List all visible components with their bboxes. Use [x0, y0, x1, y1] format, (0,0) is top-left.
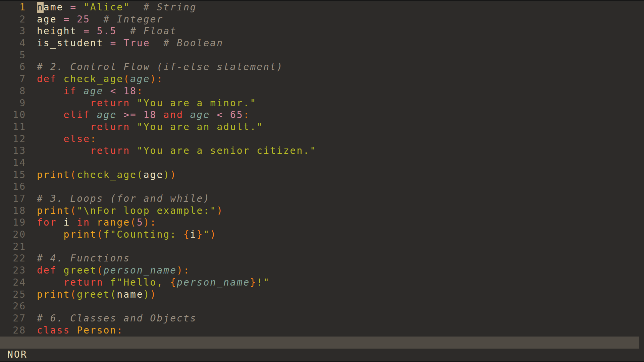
code-line[interactable]: 20 print(f"Counting: {i}")	[0, 229, 644, 241]
code-line[interactable]: 9 return "You are a minor."	[0, 97, 644, 109]
code-line[interactable]: 18print("\nFor loop example:")	[0, 205, 644, 217]
code-token: i	[63, 217, 70, 228]
mode-indicator: NOR	[7, 349, 28, 361]
code-text: print("\nFor loop example:")	[37, 205, 223, 217]
code-token: "	[203, 229, 210, 240]
code-token: age	[37, 14, 57, 25]
code-token: 5	[137, 217, 144, 228]
line-number: 15	[0, 169, 26, 181]
code-text: print(greet(name))	[37, 289, 157, 301]
code-token: check_age	[77, 169, 137, 180]
statusline: NOR ressources/snippets-per-language/pyt…	[0, 337, 639, 349]
code-token	[37, 229, 63, 240]
line-number: 21	[0, 241, 26, 253]
code-token: class	[37, 325, 77, 336]
code-token: 18	[123, 85, 137, 97]
code-token: Person	[77, 325, 117, 336]
code-line[interactable]: 13 return "You are a senior citizen."	[0, 145, 644, 157]
code-text: class Person:	[37, 324, 123, 337]
code-token: "You are an adult."	[137, 121, 263, 132]
code-token: f"Hello,	[110, 277, 170, 288]
code-token: person_name	[177, 277, 250, 288]
code-token: ame	[44, 2, 64, 13]
code-line[interactable]: 12 else:	[0, 133, 644, 145]
code-token: "Alice"	[84, 2, 130, 13]
code-token: 5.5	[97, 25, 117, 37]
code-token: }	[197, 229, 204, 240]
code-line[interactable]: 1name = "Alice" # String	[0, 1, 644, 13]
code-token: (	[97, 229, 104, 240]
code-token: "You are a minor."	[137, 98, 257, 109]
line-number: 23	[0, 264, 26, 277]
code-line[interactable]: 24 return f"Hello, {person_name}!"	[0, 277, 644, 289]
code-text: def check_age(age):	[37, 73, 163, 85]
code-token: True	[123, 38, 150, 49]
code-line[interactable]: 25print(greet(name))	[0, 289, 644, 301]
code-token	[37, 145, 90, 156]
code-token: # 2. Control Flow (if-else statement)	[37, 61, 283, 72]
code-token: return	[90, 145, 137, 156]
code-token: 65	[230, 109, 244, 120]
code-token: i	[190, 229, 197, 240]
code-token: >=	[117, 109, 143, 120]
code-text: # 4. Functions	[37, 252, 130, 264]
line-number: 7	[0, 73, 26, 85]
line-number: 18	[0, 205, 26, 217]
code-line[interactable]: 11 return "You are an adult."	[0, 121, 644, 133]
line-number: 6	[0, 61, 26, 73]
code-line[interactable]: 4is_student = True # Boolean	[0, 37, 644, 49]
code-line[interactable]: 28class Person:	[0, 324, 644, 337]
code-line[interactable]: 23def greet(person_name):	[0, 264, 644, 277]
code-line[interactable]: 15print(check_age(age))	[0, 169, 644, 181]
code-text: elif age >= 18 and age < 65:	[37, 109, 250, 121]
code-token: greet	[63, 265, 97, 276]
code-token: if	[63, 85, 84, 97]
code-line[interactable]: 6# 2. Control Flow (if-else statement)	[0, 61, 644, 73]
code-line[interactable]: 7def check_age(age):	[0, 73, 644, 85]
line-number: 3	[0, 25, 26, 37]
code-token: in	[70, 217, 97, 228]
line-number: 1	[0, 1, 26, 13]
code-line[interactable]: 16	[0, 181, 644, 193]
code-token: for	[37, 217, 63, 228]
code-line[interactable]: 17# 3. Loops (for and while)	[0, 193, 644, 205]
code-text: print(f"Counting: {i}")	[37, 229, 217, 241]
code-token	[37, 85, 63, 97]
code-line[interactable]: 5	[0, 49, 644, 61]
code-line[interactable]: 27# 6. Classes and Objects	[0, 312, 644, 324]
code-token	[130, 2, 144, 13]
code-line[interactable]: 19for i in range(5):	[0, 217, 644, 229]
code-token	[150, 38, 164, 49]
code-token: )	[210, 229, 217, 240]
code-line[interactable]: 14	[0, 157, 644, 169]
code-line[interactable]: 3height = 5.5 # Float	[0, 25, 644, 37]
code-token: age	[84, 85, 104, 97]
code-token	[90, 14, 104, 25]
code-token: # 6. Classes and Objects	[37, 313, 197, 324]
code-line[interactable]: 26	[0, 300, 644, 312]
command-line[interactable]	[0, 349, 644, 361]
code-text: # 2. Control Flow (if-else statement)	[37, 61, 283, 73]
code-line[interactable]: 10 elif age >= 18 and age < 65:	[0, 109, 644, 121]
code-text: return f"Hello, {person_name}!"	[37, 277, 270, 289]
code-token: (	[110, 289, 117, 300]
code-token: :	[157, 73, 163, 84]
editor-buffer[interactable]: 1name = "Alice" # String2age = 25 # Inte…	[0, 1, 644, 337]
code-line[interactable]: 2age = 25 # Integer	[0, 13, 644, 25]
terminal-screen: 1name = "Alice" # String2age = 25 # Inte…	[0, 0, 644, 362]
code-line[interactable]: 21	[0, 241, 644, 253]
code-token: "\nFor loop example:"	[77, 205, 217, 216]
code-line[interactable]: 8 if age < 18:	[0, 85, 644, 97]
code-text: height = 5.5 # Float	[37, 25, 177, 37]
code-token: :	[183, 265, 190, 276]
code-text: # 6. Classes and Objects	[37, 312, 197, 324]
code-token: print	[37, 169, 70, 180]
code-token: )	[144, 289, 150, 300]
code-token: (	[70, 205, 77, 216]
code-token: name	[117, 289, 143, 300]
code-token: def	[37, 265, 63, 276]
line-number: 11	[0, 121, 26, 133]
code-line[interactable]: 22# 4. Functions	[0, 252, 644, 264]
code-token: :	[90, 133, 97, 144]
code-token: greet	[77, 289, 110, 300]
